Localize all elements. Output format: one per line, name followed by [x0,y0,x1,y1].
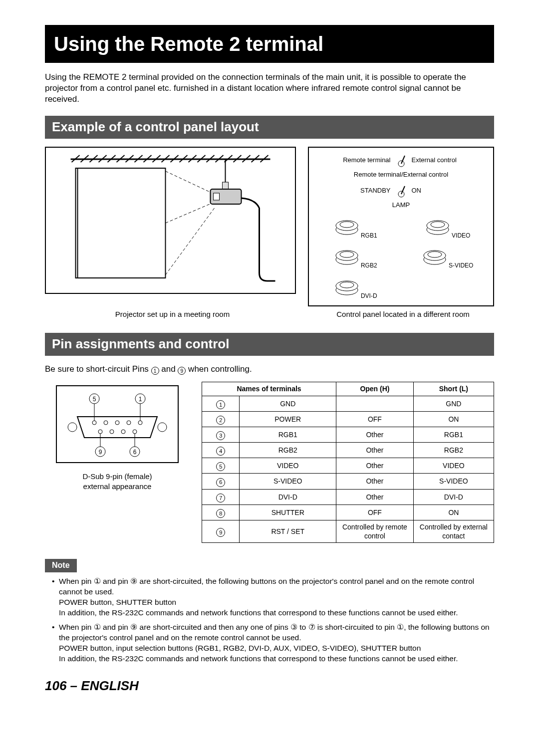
caption-right: Control panel located in a different roo… [312,309,494,319]
label-standby: STANDBY [315,187,391,195]
svg-point-59 [158,423,167,432]
intro-text: Using the REMOTE 2 terminal provided on … [45,72,494,105]
short-note: Be sure to short-circuit Pins 1 and 9 wh… [45,364,494,375]
note-2: When pin ① and pin ⑨ are short-circuited… [52,622,494,664]
svg-point-49 [336,281,358,291]
table-row: 5VIDEOOtherVIDEO [202,458,494,474]
page-footer: 106 – ENGLISH [45,678,494,695]
table-row: 3RGB1OtherRGB1 [202,427,494,442]
table-row: 7DVI-DOtherDVI-D [202,489,494,504]
label-combined: Remote terminal/External control [315,171,487,179]
table-row: 1GNDGND [202,396,494,411]
svg-point-68 [133,430,137,434]
diagram-row: Remote terminal External control Remote … [45,147,494,306]
fig-caption-1: D-Sub 9-pin (female) [45,472,190,482]
svg-point-63 [127,421,131,425]
push-button-icon [424,216,452,236]
control-panel-diagram: Remote terminal External control Remote … [308,147,494,306]
toggle-switch-icon [394,153,409,168]
dsub-figure: 5 1 9 6 D-Sub 9-pin (female) external ap… [45,382,190,491]
svg-rect-51 [56,386,178,463]
svg-point-61 [104,421,108,425]
push-button-icon [421,246,449,265]
section-heading-pins: Pin assignments and control [45,333,494,356]
label-video: VIDEO [452,232,470,239]
toggle-switch-icon [394,183,409,198]
th-short: Short (L) [413,382,494,396]
label-external-control: External control [412,156,488,165]
table-row: 4RGB2OtherRGB2 [202,443,494,458]
push-button-icon [333,216,361,236]
label-dvid: DVI-D [361,292,377,299]
svg-rect-23 [76,168,166,278]
svg-line-27 [166,208,215,275]
svg-point-66 [110,430,114,434]
pin-table: Names of terminals Open (H) Short (L) 1G… [202,382,494,543]
table-row: 8SHUTTEROFFON [202,504,494,520]
th-open: Open (H) [336,382,414,396]
label-remote-terminal: Remote terminal [315,156,391,165]
svg-line-26 [166,202,215,223]
svg-point-43 [336,251,358,260]
label-svideo: S-VIDEO [449,262,473,269]
svg-text:1: 1 [139,396,142,403]
label-lamp: LAMP [315,201,487,210]
note-label: Note [45,559,77,572]
svg-rect-31 [214,193,220,200]
svg-point-46 [424,251,446,260]
svg-line-25 [166,171,215,194]
push-button-icon [333,246,361,265]
svg-text:9: 9 [99,449,102,456]
table-row: 6S-VIDEOOtherS-VIDEO [202,474,494,489]
svg-point-40 [427,221,449,231]
svg-point-67 [121,430,125,434]
label-rgb1: RGB1 [361,232,377,239]
svg-point-37 [336,221,358,231]
section-heading-layout: Example of a control panel layout [45,116,494,139]
notes-list: When pin ① and pin ⑨ are short-circuited… [45,576,494,664]
caption-left: Projector set up in a meeting room [45,309,300,319]
th-names: Names of terminals [202,382,336,396]
svg-point-58 [68,423,77,432]
note-1: When pin ① and pin ⑨ are short-circuited… [52,576,494,618]
fig-caption-2: external appearance [45,482,190,492]
table-row: 2POWEROFFON [202,411,494,427]
svg-text:6: 6 [133,449,137,456]
label-on: ON [412,187,488,195]
dsub-connector-svg: 5 1 9 6 [52,382,182,467]
projector-screen-svg [50,153,291,288]
svg-point-65 [98,430,102,434]
push-button-icon [333,276,361,296]
svg-point-62 [115,421,119,425]
label-rgb2: RGB2 [361,262,377,269]
svg-text:5: 5 [93,396,96,403]
page-title: Using the Remote 2 terminal [45,25,494,63]
table-row: 9RST / SETControlled by remote controlCo… [202,520,494,542]
svg-point-64 [138,421,142,425]
meeting-room-diagram [45,147,296,294]
svg-point-60 [92,421,96,425]
